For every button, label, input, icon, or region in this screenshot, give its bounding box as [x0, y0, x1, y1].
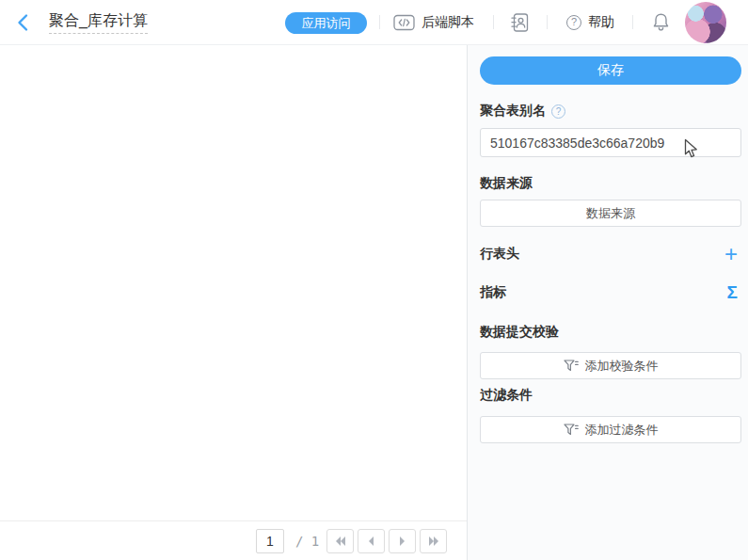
add-filter-label: 添加过滤条件 — [585, 422, 659, 439]
address-book-icon — [510, 12, 530, 33]
help-label: 帮助 — [588, 14, 614, 31]
row-header-label: 行表头 — [480, 246, 519, 263]
page-number-input[interactable] — [256, 529, 284, 553]
header-actions: 后端脚本 ? 帮助 — [374, 0, 726, 44]
question-mark-icon: ? — [566, 15, 581, 30]
first-page-button[interactable] — [326, 529, 354, 553]
back-button[interactable] — [16, 13, 29, 32]
sigma-icon[interactable]: Σ — [727, 283, 738, 302]
filter-icon — [564, 424, 579, 436]
page-title[interactable]: 聚合_库存计算 — [49, 11, 148, 34]
settings-panel: 保存 聚合表别名 ? 数据来源 数据来源 行表头 + 指标 Σ 数据提交校验 添… — [468, 45, 748, 560]
row-header-section: 行表头 + — [480, 243, 741, 265]
metrics-label: 指标 — [480, 284, 506, 301]
app-access-button[interactable]: 应用访问 — [285, 12, 367, 34]
alias-input[interactable] — [480, 128, 741, 157]
page-total-label: / 1 — [295, 534, 319, 549]
add-validation-button[interactable]: 添加校验条件 — [480, 352, 741, 379]
validation-label: 数据提交校验 — [480, 324, 741, 341]
divider — [379, 15, 380, 29]
divider — [632, 15, 633, 29]
notifications-button[interactable] — [652, 12, 670, 32]
alias-help-icon[interactable]: ? — [551, 104, 565, 119]
double-chevron-right-icon — [428, 536, 439, 546]
prev-page-button[interactable] — [358, 529, 385, 553]
chevron-left-icon — [368, 536, 374, 546]
app-window: 聚合_库存计算 应用访问 后端脚本 ? 帮助 — [0, 0, 748, 560]
double-chevron-left-icon — [335, 536, 346, 546]
backend-script-label: 后端脚本 — [422, 14, 474, 31]
bell-icon — [652, 12, 670, 32]
filter-label: 过滤条件 — [480, 387, 741, 404]
next-page-button[interactable] — [389, 529, 416, 553]
help-button[interactable]: ? 帮助 — [566, 14, 614, 31]
code-icon — [393, 14, 415, 31]
top-bar: 聚合_库存计算 应用访问 后端脚本 ? 帮助 — [0, 0, 748, 45]
chevron-right-icon — [399, 536, 406, 546]
table-canvas: / 1 — [0, 45, 468, 560]
save-button[interactable]: 保存 — [480, 56, 741, 85]
content-area: / 1 保存 — [0, 45, 748, 560]
member-directory-button[interactable] — [510, 12, 530, 33]
chevron-left-icon — [16, 13, 28, 32]
divider — [493, 15, 494, 29]
user-avatar[interactable] — [685, 2, 726, 43]
metrics-section: 指标 Σ — [480, 281, 741, 304]
alias-label: 聚合表别名 — [480, 103, 546, 120]
filter-icon — [564, 360, 579, 372]
add-filter-button[interactable]: 添加过滤条件 — [480, 416, 741, 443]
backend-script-button[interactable]: 后端脚本 — [393, 14, 474, 31]
pagination-bar: / 1 — [0, 520, 467, 560]
datasource-button[interactable]: 数据来源 — [480, 200, 741, 227]
divider — [547, 15, 548, 29]
alias-label-row: 聚合表别名 ? — [480, 103, 741, 120]
datasource-label: 数据来源 — [480, 175, 741, 192]
last-page-button[interactable] — [420, 529, 447, 553]
pagination-nav — [326, 529, 447, 553]
add-validation-label: 添加校验条件 — [585, 358, 659, 375]
add-row-header-icon[interactable]: + — [724, 245, 738, 264]
